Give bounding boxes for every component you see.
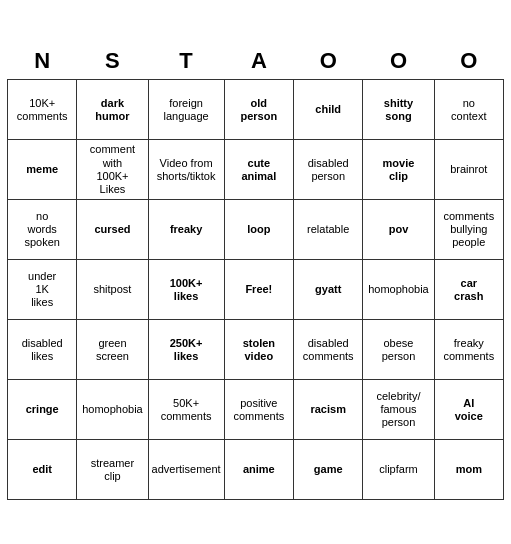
table-row: editstreamer clipadvertisementanimegamec… [8, 440, 504, 500]
bingo-cell-3-0: under 1K likes [8, 260, 77, 320]
bingo-cell-3-2: 100K+ likes [148, 260, 224, 320]
bingo-cell-4-5: obese person [363, 320, 434, 380]
table-row: disabled likesgreen screen250K+ likessto… [8, 320, 504, 380]
bingo-cell-0-3: old person [224, 80, 293, 140]
bingo-cell-2-2: freaky [148, 200, 224, 260]
bingo-cell-5-1: homophobia [77, 380, 148, 440]
bingo-cell-2-0: no words spoken [8, 200, 77, 260]
bingo-cell-1-0: meme [8, 140, 77, 200]
bingo-cell-0-4: child [294, 80, 363, 140]
bingo-cell-4-3: stolen video [224, 320, 293, 380]
bingo-table: NSTAOOO 10K+ commentsdark humorforeign l… [7, 44, 504, 501]
bingo-cell-4-4: disabled comments [294, 320, 363, 380]
bingo-card: NSTAOOO 10K+ commentsdark humorforeign l… [3, 40, 508, 505]
bingo-cell-4-2: 250K+ likes [148, 320, 224, 380]
bingo-cell-3-4: gyatt [294, 260, 363, 320]
bingo-cell-5-6: AI voice [434, 380, 503, 440]
bingo-cell-5-0: cringe [8, 380, 77, 440]
bingo-cell-0-5: shitty song [363, 80, 434, 140]
table-row: 10K+ commentsdark humorforeign languageo… [8, 80, 504, 140]
bingo-cell-2-5: pov [363, 200, 434, 260]
bingo-cell-5-5: celebrity/ famous person [363, 380, 434, 440]
bingo-cell-4-0: disabled likes [8, 320, 77, 380]
bingo-cell-6-1: streamer clip [77, 440, 148, 500]
column-header-n-0: N [8, 44, 77, 80]
table-row: memecomment with 100K+ LikesVideo from s… [8, 140, 504, 200]
bingo-cell-6-0: edit [8, 440, 77, 500]
bingo-cell-0-2: foreign language [148, 80, 224, 140]
column-header-t-2: T [148, 44, 224, 80]
bingo-cell-5-4: racism [294, 380, 363, 440]
bingo-cell-4-6: freaky comments [434, 320, 503, 380]
bingo-cell-1-6: brainrot [434, 140, 503, 200]
bingo-cell-6-6: mom [434, 440, 503, 500]
bingo-cell-0-1: dark humor [77, 80, 148, 140]
column-header-o-6: O [434, 44, 503, 80]
bingo-cell-3-5: homophobia [363, 260, 434, 320]
column-header-a-3: A [224, 44, 293, 80]
bingo-cell-3-1: shitpost [77, 260, 148, 320]
bingo-cell-0-0: 10K+ comments [8, 80, 77, 140]
bingo-cell-6-5: clipfarm [363, 440, 434, 500]
bingo-cell-2-1: cursed [77, 200, 148, 260]
column-header-o-4: O [294, 44, 363, 80]
bingo-cell-1-2: Video from shorts/tiktok [148, 140, 224, 200]
bingo-cell-6-4: game [294, 440, 363, 500]
bingo-cell-4-1: green screen [77, 320, 148, 380]
table-row: under 1K likesshitpost100K+ likesFree!gy… [8, 260, 504, 320]
bingo-cell-5-3: positive comments [224, 380, 293, 440]
bingo-cell-1-4: disabled person [294, 140, 363, 200]
bingo-cell-1-5: movie clip [363, 140, 434, 200]
bingo-cell-1-1: comment with 100K+ Likes [77, 140, 148, 200]
column-header-o-5: O [363, 44, 434, 80]
bingo-cell-2-4: relatable [294, 200, 363, 260]
bingo-cell-0-6: no context [434, 80, 503, 140]
bingo-cell-5-2: 50K+ comments [148, 380, 224, 440]
bingo-cell-6-2: advertisement [148, 440, 224, 500]
bingo-cell-1-3: cute animal [224, 140, 293, 200]
table-row: no words spokencursedfreakylooprelatable… [8, 200, 504, 260]
bingo-cell-3-6: car crash [434, 260, 503, 320]
bingo-cell-6-3: anime [224, 440, 293, 500]
bingo-cell-3-3: Free! [224, 260, 293, 320]
table-row: cringehomophobia50K+ commentspositive co… [8, 380, 504, 440]
bingo-cell-2-6: comments bullying people [434, 200, 503, 260]
bingo-cell-2-3: loop [224, 200, 293, 260]
column-header-s-1: S [77, 44, 148, 80]
